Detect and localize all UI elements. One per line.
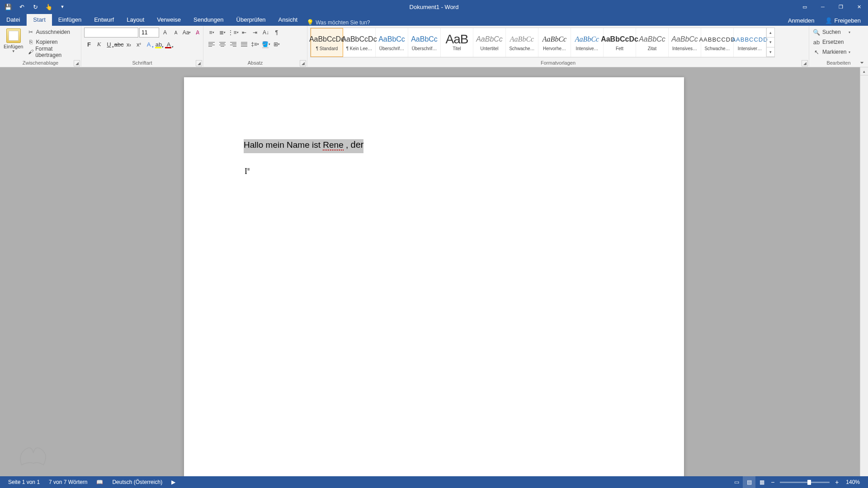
tab-verweise[interactable]: Verweise [151, 14, 187, 26]
bold-button[interactable]: F [84, 39, 94, 49]
tell-me-search[interactable]: 💡 Was möchten Sie tun? [307, 19, 370, 26]
style-item[interactable]: AaBbCcIntensive… [571, 28, 604, 57]
ribbon-display-options-icon[interactable]: ▭ [796, 0, 814, 14]
styles-launcher[interactable]: ◢ [802, 60, 808, 66]
change-case-button[interactable]: Aa▾ [182, 28, 192, 38]
language-status[interactable]: Deutsch (Österreich) [108, 476, 167, 488]
style-item[interactable]: AaBbCcIntensives… [669, 28, 701, 57]
replace-button[interactable]: ab Ersetzen [812, 38, 853, 47]
close-icon[interactable]: ✕ [850, 0, 868, 14]
shading-button[interactable]: 🪣▾ [260, 39, 271, 49]
paragraph-launcher[interactable]: ◢ [300, 60, 306, 66]
align-right-button[interactable] [228, 39, 239, 49]
touch-mode-icon[interactable]: 👆 [43, 1, 54, 12]
text-effects-button[interactable]: A▾ [144, 39, 154, 49]
macro-status[interactable]: ▶ [167, 476, 180, 488]
qat-customize-icon[interactable]: ▼ [57, 1, 68, 12]
style-item[interactable]: AaBbCcDc¶ Standard [311, 28, 343, 57]
document-body[interactable]: Hallo mein Name ist Rene , der [244, 139, 624, 151]
italic-button[interactable]: K [94, 39, 104, 49]
tab-sendungen[interactable]: Sendungen [187, 14, 230, 26]
selected-text[interactable]: Hallo mein Name ist Rene , der [244, 139, 363, 153]
word-count-status[interactable]: 7 von 7 Wörtern [44, 476, 92, 488]
style-item[interactable]: AaBbCcDcFett [604, 28, 636, 57]
file-tab[interactable]: Datei [0, 14, 27, 26]
web-layout-button[interactable]: ▦ [755, 476, 768, 488]
undo-icon[interactable]: ↶ [16, 1, 27, 12]
style-item[interactable]: AaBbCcZitat [636, 28, 669, 57]
proofing-status[interactable]: 📖 [92, 476, 108, 488]
clipboard-launcher[interactable]: ◢ [74, 60, 80, 66]
font-color-button[interactable]: A▾ [164, 39, 174, 49]
format-painter-button[interactable]: 🖌 Format übertragen [26, 47, 78, 56]
decrease-indent-button[interactable]: ⇤ [239, 28, 250, 38]
signin-link[interactable]: Anmelden [783, 15, 819, 26]
tab-entwurf[interactable]: Entwurf [88, 14, 120, 26]
font-launcher[interactable]: ◢ [196, 60, 202, 66]
zoom-slider[interactable] [780, 482, 830, 483]
tab-layout[interactable]: Layout [120, 14, 151, 26]
zoom-out-button[interactable]: − [768, 479, 777, 486]
page-number-status[interactable]: Seite 1 von 1 [4, 476, 44, 488]
underline-button[interactable]: U▾ [104, 39, 114, 49]
style-item[interactable]: AaBbCcÜberschrif… [408, 28, 441, 57]
sort-button[interactable]: A↓ [260, 28, 271, 38]
superscript-button[interactable]: x² [134, 39, 144, 49]
scroll-up-button[interactable]: ▴ [860, 67, 868, 75]
page[interactable]: Hallo mein Name ist Rene , der I≡ [184, 77, 684, 476]
style-item[interactable]: AaBbCcDc¶ Kein Lee… [343, 28, 376, 57]
numbering-button[interactable]: ≣▾ [217, 28, 228, 38]
minimize-icon[interactable]: ─ [814, 0, 832, 14]
shrink-font-button[interactable]: A [171, 28, 181, 38]
tab-einfuegen[interactable]: Einfügen [52, 14, 88, 26]
style-item[interactable]: AABBCCDDSchwache… [701, 28, 734, 57]
share-button[interactable]: 👤 Freigeben [821, 15, 865, 26]
select-button[interactable]: ↖ Markieren ▾ [812, 47, 853, 56]
print-layout-button[interactable]: ▤ [743, 476, 755, 488]
style-item[interactable]: AaBbCcÜberschrif… [376, 28, 408, 57]
zoom-level[interactable]: 140% [841, 476, 864, 488]
gallery-down-button[interactable]: ▾ [767, 38, 774, 47]
document-scroll-area[interactable]: Hallo mein Name ist Rene , der I≡ ▴ [0, 67, 868, 476]
style-item[interactable]: AaBbCcSchwache… [506, 28, 538, 57]
subscript-button[interactable]: x₂ [124, 39, 134, 49]
justify-button[interactable] [239, 39, 250, 49]
tab-ansicht[interactable]: Ansicht [272, 14, 304, 26]
font-name-combo[interactable] [84, 28, 138, 38]
borders-button[interactable]: ⊞▾ [271, 39, 282, 49]
show-marks-button[interactable]: ¶ [271, 28, 282, 38]
zoom-in-button[interactable]: + [832, 479, 841, 486]
style-item[interactable]: AaBbCcHervorhe… [538, 28, 571, 57]
align-left-button[interactable] [206, 39, 217, 49]
multilevel-list-button[interactable]: ⋮≡▾ [228, 28, 239, 38]
align-center-button[interactable] [217, 39, 228, 49]
tab-start[interactable]: Start [27, 14, 52, 26]
redo-icon[interactable]: ↻ [30, 1, 41, 12]
strikethrough-button[interactable]: abc [114, 39, 124, 49]
paste-button[interactable]: Einfügen ▼ [3, 28, 24, 54]
style-item[interactable]: AaBTitel [441, 28, 473, 57]
font-size-combo[interactable] [139, 28, 159, 38]
style-item[interactable]: AaBbCcUntertitel [473, 28, 506, 57]
collapse-ribbon-button[interactable]: ⏷ [858, 59, 866, 66]
vertical-scrollbar[interactable]: ▴ [860, 67, 868, 476]
read-mode-button[interactable]: ▭ [730, 476, 743, 488]
gallery-more-button[interactable]: ▾ [767, 47, 774, 57]
increase-indent-button[interactable]: ⇥ [250, 28, 260, 38]
bullets-button[interactable]: ≡▾ [206, 28, 217, 38]
style-item[interactable]: AABBCCDDIntensiver… [734, 28, 766, 57]
line-spacing-button[interactable]: ‡≡▾ [250, 39, 260, 49]
save-icon[interactable]: 💾 [3, 1, 14, 12]
zoom-thumb[interactable] [807, 480, 811, 485]
cut-button[interactable]: ✂ Ausschneiden [26, 28, 78, 37]
find-button[interactable]: 🔍 Suchen ▾ [812, 28, 853, 37]
clear-formatting-button[interactable]: A̷ [193, 28, 203, 38]
tab-ueberpruefen[interactable]: Überprüfen [230, 14, 272, 26]
copy-button[interactable]: ⎘ Kopieren [26, 38, 78, 47]
spelling-error[interactable]: Rene [323, 140, 343, 150]
highlight-button[interactable]: ab▾ [154, 39, 164, 49]
gallery-up-button[interactable]: ▴ [767, 28, 774, 38]
styles-gallery[interactable]: AaBbCcDc¶ StandardAaBbCcDc¶ Kein Lee…AaB… [310, 28, 775, 57]
maximize-icon[interactable]: ❐ [832, 0, 850, 14]
grow-font-button[interactable]: A [160, 28, 170, 38]
